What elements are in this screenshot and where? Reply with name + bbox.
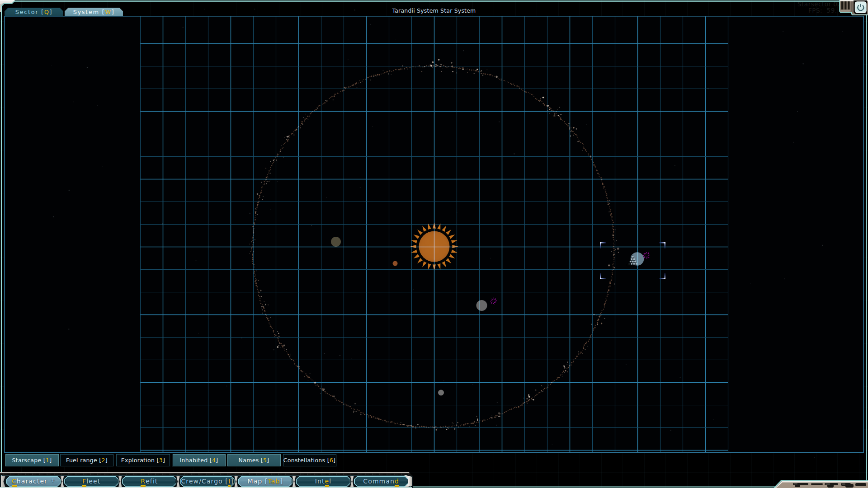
toggle-fuelrange[interactable]: Fuel range [2] — [60, 454, 113, 466]
menu-button-refit-part: Refit — [122, 476, 176, 487]
asteroid-belt-part — [613, 237, 614, 238]
asteroid-belt-part — [584, 344, 585, 346]
asteroid-belt-part — [368, 77, 369, 78]
starfield-part — [670, 430, 671, 431]
asteroid-belt-part — [539, 101, 540, 102]
asteroid-belt-part — [290, 358, 291, 359]
asteroid-belt-part — [303, 117, 304, 117]
asteroid-belt-part — [612, 225, 613, 225]
asteroid-belt-part — [483, 419, 485, 421]
asteroid-belt-part — [460, 426, 461, 427]
asteroid-belt-part — [314, 110, 315, 111]
power-button[interactable] — [854, 0, 867, 14]
asteroid-belt-part — [410, 67, 410, 68]
asteroid-belt-part — [286, 351, 287, 352]
asteroid-belt-part — [481, 70, 482, 71]
asteroid-belt-part — [255, 239, 255, 240]
asteroid-belt-part — [476, 70, 476, 71]
asteroid-belt-part — [603, 188, 604, 188]
asteroid-belt-part — [580, 352, 582, 353]
asteroid-belt-part — [613, 239, 614, 240]
asteroid-belt-part — [534, 397, 535, 398]
menu-button-intel[interactable]: Intel — [296, 476, 350, 487]
asteroid-belt-part — [256, 207, 258, 209]
asteroid-belt-part — [264, 184, 265, 185]
asteroid-belt-part — [452, 426, 453, 427]
asteroid-belt-part — [597, 173, 599, 174]
asteroid-belt-part — [454, 428, 455, 430]
toggle-starscape-part: Starscape [ — [12, 457, 46, 464]
starfield-part — [626, 364, 627, 365]
asteroid-belt-part — [358, 83, 359, 84]
starfield-part — [69, 190, 70, 191]
asteroid-belt-part — [344, 404, 345, 404]
menu-button-map[interactable]: Map [Tab] — [238, 476, 292, 487]
asteroid-belt-part — [407, 69, 408, 70]
menu-button-fleet[interactable]: Fleet — [64, 476, 118, 487]
asteroid-belt-part — [544, 104, 545, 106]
asteroid-belt-part — [577, 137, 578, 138]
tab-system[interactable]: System [W] — [65, 8, 123, 16]
asteroid-belt-part — [324, 391, 326, 392]
asteroid-belt-part — [338, 400, 339, 401]
asteroid-belt-part — [255, 215, 256, 216]
planet-4[interactable] — [438, 390, 444, 396]
asteroid-belt-part — [305, 373, 306, 374]
asteroid-belt-part — [296, 365, 297, 366]
asteroid-belt-part — [273, 162, 274, 163]
asteroid-belt-part — [370, 80, 370, 80]
tab-sector[interactable]: Sector [Q] — [5, 8, 63, 16]
asteroid-belt-part — [435, 429, 437, 431]
asteroid-belt-part — [544, 388, 545, 389]
asteroid-belt-part — [572, 131, 573, 132]
asteroid-belt-part — [457, 422, 458, 423]
asteroid-belt-part — [612, 220, 613, 221]
asteroid-belt-part — [262, 199, 263, 199]
asteroid-belt-part — [267, 174, 268, 175]
toggle-inhabited[interactable]: Inhabited [4] — [173, 454, 226, 466]
toggle-names[interactable]: Names [5] — [227, 454, 281, 466]
asteroid-belt-part — [452, 71, 453, 72]
asteroid-belt-part — [552, 380, 553, 381]
asteroid-belt-part — [613, 257, 615, 258]
starfield-part — [51, 66, 52, 66]
menu-button-command[interactable]: Command — [354, 476, 408, 487]
asteroid-belt-part — [604, 318, 605, 319]
toggle-exploration[interactable]: Exploration [3] — [116, 454, 170, 466]
asteroid-belt-part — [311, 380, 312, 380]
asteroid-belt-part — [402, 69, 403, 70]
asteroid-belt-part — [533, 399, 534, 400]
menu-button-character[interactable]: Character+ — [6, 476, 61, 487]
asteroid-belt-part — [264, 310, 265, 311]
asteroid-belt-part — [609, 206, 610, 207]
planet-3[interactable] — [476, 300, 487, 311]
asteroid-belt-part — [258, 198, 259, 199]
asteroid-belt-part — [601, 312, 602, 313]
toggle-constellations[interactable]: Constellations [6] — [283, 454, 336, 466]
hotkey-label: 4 — [212, 457, 216, 464]
asteroid-belt-part — [597, 319, 599, 321]
asteroid-belt-part — [268, 305, 269, 305]
asteroid-belt-part — [265, 305, 266, 306]
hotkey-label: R — [141, 478, 146, 485]
toggle-starscape[interactable]: Starscape [1] — [5, 454, 59, 466]
planet-1[interactable] — [331, 237, 341, 247]
asteroid-belt-part — [582, 353, 583, 354]
asteroid-belt-part — [610, 209, 611, 210]
asteroid-belt-part — [499, 79, 500, 80]
system-map-canvas[interactable] — [0, 0, 868, 488]
menu-button-crew-cargo[interactable]: Crew/Cargo [I] — [180, 476, 235, 487]
asteroid-belt-part — [417, 424, 418, 425]
asteroid-belt-part — [476, 416, 477, 417]
asteroid-belt-part — [474, 421, 475, 422]
asteroid-belt-part — [613, 243, 614, 244]
asteroid-belt-part — [441, 71, 442, 72]
asteroid-belt-part — [329, 98, 330, 99]
asteroid-belt-part — [302, 371, 303, 372]
asteroid-belt-part — [446, 66, 448, 68]
starfield-part — [750, 283, 751, 284]
asteroid-belt-part — [264, 308, 265, 309]
menu-button-refit[interactable]: Refit — [122, 476, 176, 487]
planet-2[interactable] — [393, 261, 398, 266]
asteroid-belt-part — [613, 226, 614, 227]
